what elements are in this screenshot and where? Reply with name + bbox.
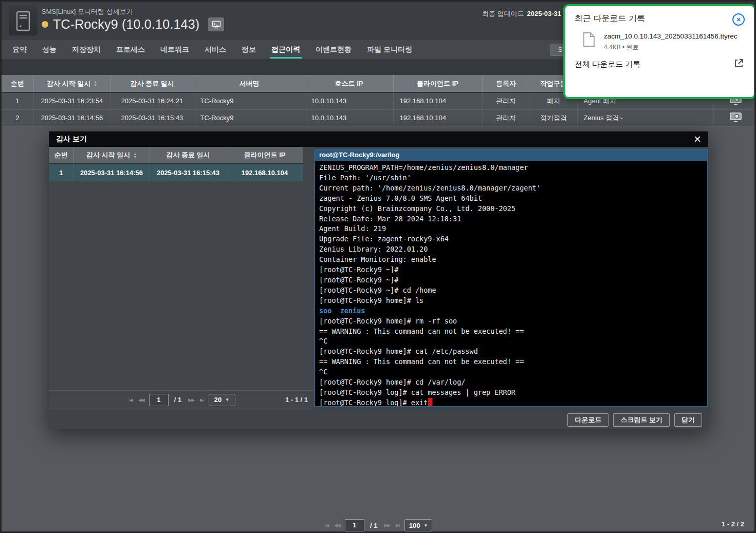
- terminal-line: == WARNING : This command can not be exe…: [319, 357, 703, 367]
- page-size-value: 100: [409, 522, 420, 529]
- table-cell: 2: [2, 109, 33, 126]
- table-cell: 2025-03-31 16:15:43: [150, 164, 227, 181]
- page-number-input[interactable]: 1: [345, 519, 364, 531]
- modal-table-body: 12025-03-31 16:14:562025-03-31 16:15:431…: [49, 164, 303, 181]
- total-pages-label: / 1: [370, 522, 377, 529]
- table-cell: 2025-03-31 16:14:56: [73, 164, 150, 181]
- download-item[interactable]: zacm_10.0.10.143_20250331161456.ttyrec 4…: [575, 32, 745, 52]
- terminal-line: == WARNING : This command can not be exe…: [319, 327, 703, 337]
- download-popup: 최근 다운로드 기록 × zacm_10.0.10.143_2025033116…: [563, 4, 756, 99]
- chevron-down-icon: ▼: [423, 523, 428, 528]
- external-link-icon[interactable]: [734, 59, 745, 70]
- table-cell: 2025-03-31 16:15:43: [110, 109, 194, 126]
- table-cell: 2025-03-31 16:23:54: [33, 92, 110, 109]
- tab-이벤트현황[interactable]: 이벤트현황: [308, 40, 359, 59]
- table-cell: 10.0.10.143: [305, 92, 393, 109]
- first-page-icon[interactable]: I◀: [324, 522, 329, 529]
- terminal-line: ^C: [319, 367, 703, 377]
- terminal-title: root@TC-Rocky9:/var/log: [315, 150, 707, 161]
- table-cell: 1: [2, 92, 33, 109]
- column-header: 클라이언트 IP: [393, 75, 482, 92]
- column-header[interactable]: 감사 시작 일시▲▼: [33, 75, 110, 92]
- page-subtitle: SMS[Linux] 모니터링 상세보기: [42, 7, 133, 16]
- table-row[interactable]: 12025-03-31 16:14:562025-03-31 16:15:431…: [49, 164, 303, 181]
- table-cell: 192.168.10.104: [393, 109, 482, 126]
- table-cell: 관리자: [482, 92, 530, 109]
- last-page-icon[interactable]: ▶I: [199, 396, 205, 404]
- server-icon: [9, 6, 38, 35]
- table-cell: 정기점검: [530, 109, 577, 126]
- modal-title: 감사 보기: [56, 135, 87, 144]
- terminal-line: [root@TC-Rocky9 home]# cat /etc/passwd: [319, 347, 703, 357]
- file-meta: 4.4KB • 완료: [604, 43, 742, 52]
- all-downloads-link[interactable]: 전체 다운로드 기록: [575, 60, 640, 69]
- column-header[interactable]: 감사 시작 일시▲▼: [73, 147, 150, 164]
- page-title: TC-Rocky9 (10.0.10.143): [53, 17, 199, 32]
- column-header: 감사 종료 일시: [150, 147, 227, 164]
- replay-terminal-icon[interactable]: [713, 109, 756, 126]
- terminal-line: soo zenius: [319, 306, 703, 316]
- view-script-button[interactable]: 스크립트 보기: [613, 413, 670, 427]
- next-page-icon[interactable]: ▶▶: [383, 522, 391, 529]
- page-number-input[interactable]: 1: [149, 394, 169, 406]
- prev-page-icon[interactable]: ◀◀: [333, 522, 341, 529]
- table-cell: 2025-03-31 16:14:56: [33, 109, 110, 126]
- terminal-button[interactable]: [208, 17, 224, 31]
- prev-page-icon[interactable]: ◀◀: [137, 396, 145, 404]
- modal-pagination: I◀ ◀◀ 1 / 1 ▶▶ ▶I 20 ▼ 1 - 1 / 1: [49, 390, 314, 409]
- table-cell: 관리자: [482, 109, 530, 126]
- terminal-cursor: [428, 398, 432, 406]
- table-cell: 10.0.10.143: [305, 109, 393, 126]
- table-cell: TC-Rocky9: [194, 92, 305, 109]
- table-cell: 1: [49, 164, 73, 181]
- column-header: 순번: [49, 147, 73, 164]
- terminal-line: [root@TC-Rocky9 ~]#: [319, 275, 703, 285]
- main-pagination: I◀ ◀◀ 1 / 1 ▶▶ ▶I 100 ▼: [2, 518, 754, 533]
- total-pages-label: / 1: [174, 396, 181, 404]
- table-row[interactable]: 22025-03-31 16:14:562025-03-31 16:15:43T…: [2, 109, 756, 126]
- next-page-icon[interactable]: ▶▶: [187, 396, 195, 404]
- terminal-line: [root@TC-Rocky9 ~]#: [319, 265, 703, 275]
- audit-list-panel: 순번감사 시작 일시▲▼감사 종료 일시클라이언트 IP 12025-03-31…: [49, 147, 314, 410]
- terminal-line: [root@TC-Rocky9 home]# ls: [319, 296, 703, 306]
- tab-요약[interactable]: 요약: [5, 40, 34, 59]
- column-header: 서버명: [194, 75, 305, 92]
- last-update: 최종 업데이트2025-03-31: [482, 9, 561, 18]
- tab-성능[interactable]: 성능: [34, 40, 64, 59]
- terminal-line: Current path: '/home/zenius/zenius8.0/ma…: [319, 183, 703, 194]
- page-size-select[interactable]: 100 ▼: [404, 519, 433, 531]
- popup-close-icon[interactable]: ×: [732, 13, 745, 26]
- column-header: 클라이언트 IP: [227, 147, 303, 164]
- status-dot: [42, 21, 48, 28]
- terminal-line: ^C: [319, 336, 703, 347]
- tab-정보[interactable]: 정보: [234, 40, 264, 59]
- tab-접근이력[interactable]: 접근이력: [264, 40, 308, 59]
- tab-저장장치[interactable]: 저장장치: [64, 40, 108, 59]
- close-button[interactable]: 닫기: [674, 413, 702, 427]
- column-header: 감사 종료 일시: [110, 75, 194, 92]
- last-page-icon[interactable]: ▶I: [395, 522, 400, 529]
- tab-list: 요약성능저장장치프로세스네트워크서비스정보접근이력이벤트현황파일 모니터링: [5, 40, 420, 59]
- column-header: 호스트 IP: [305, 75, 393, 92]
- terminal-line: Release Date: Mar 28 2024 12:18:31: [319, 214, 703, 224]
- table-cell: 192.168.10.104: [393, 92, 482, 109]
- terminal-line: Agent Build: 219: [319, 224, 703, 234]
- last-update-value: 2025-03-31: [527, 10, 562, 17]
- tab-프로세스[interactable]: 프로세스: [108, 40, 153, 59]
- modal-close-icon[interactable]: ×: [694, 133, 701, 145]
- terminal-line: Container Monitoring: enable: [319, 255, 703, 265]
- tab-네트워크[interactable]: 네트워크: [153, 40, 197, 59]
- modal-footer: 다운로드 스크립트 보기 닫기: [49, 410, 708, 429]
- terminal-output[interactable]: ZENIUS_PROGRAM_PATH=/home/zenius/zenius8…: [315, 161, 707, 407]
- column-header: 순번: [2, 75, 33, 92]
- download-button[interactable]: 다운로드: [567, 413, 609, 427]
- page-size-select[interactable]: 20 ▼: [209, 394, 235, 406]
- audit-view-modal: 감사 보기 × 순번감사 시작 일시▲▼감사 종료 일시클라이언트 IP 120…: [49, 131, 708, 429]
- sort-icon: ▲▼: [94, 81, 97, 87]
- terminal-panel: root@TC-Rocky9:/var/log ZENIUS_PROGRAM_P…: [314, 149, 708, 407]
- tab-서비스[interactable]: 서비스: [197, 40, 234, 59]
- modal-title-bar: 감사 보기 ×: [49, 131, 708, 147]
- first-page-icon[interactable]: I◀: [128, 396, 134, 404]
- row-range-label: 1 - 2 / 2: [722, 520, 744, 528]
- tab-파일 모니터링[interactable]: 파일 모니터링: [359, 40, 420, 59]
